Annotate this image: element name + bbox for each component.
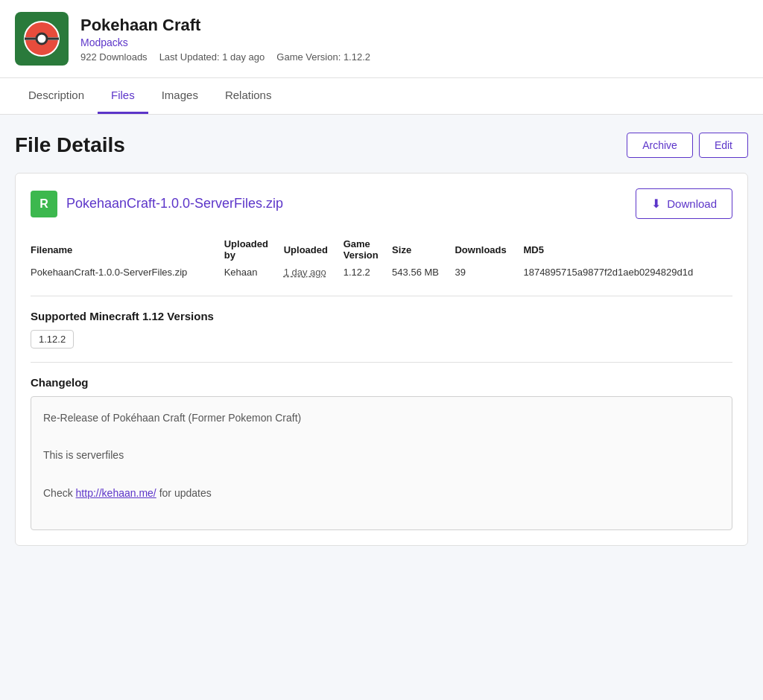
changelog-title: Changelog [31, 376, 732, 389]
tab-bar: Description Files Images Relations [0, 78, 763, 115]
col-uploaded: Uploaded [284, 234, 343, 264]
changelog-content: Re-Release of Pokéhaan Craft (Former Pok… [31, 396, 732, 530]
cell-md5: 1874895715a9877f2d1aeb0294829d1d [523, 264, 732, 281]
file-name-link[interactable]: PokehaanCraft-1.0.0-ServerFiles.zip [66, 196, 283, 211]
game-version: Game Version: 1.12.2 [276, 51, 370, 63]
versions-list: 1.12.2 [31, 330, 732, 349]
changelog-line-2: This is serverfiles [43, 449, 124, 461]
changelog-line-1: Re-Release of Pokéhaan Craft (Former Pok… [43, 412, 301, 424]
header-info: Pokehaan Craft Modpacks 922 Downloads La… [80, 16, 370, 63]
page-title: File Details [15, 133, 125, 157]
cell-uploaded-by[interactable]: Kehaan [224, 264, 284, 281]
cell-uploaded: 1 day ago [284, 264, 343, 281]
changelog-line-4: for updates [156, 487, 212, 499]
cell-game-version: 1.12.2 [343, 264, 392, 281]
changelog-section: Changelog Re-Release of Pokéhaan Craft (… [31, 376, 732, 530]
file-details-header: File Details Archive Edit [15, 133, 748, 158]
project-logo [15, 12, 69, 66]
file-card-top: R PokehaanCraft-1.0.0-ServerFiles.zip ⬇ … [31, 188, 732, 219]
changelog-line-3: Check [43, 487, 76, 499]
tab-relations[interactable]: Relations [212, 78, 285, 114]
tab-files[interactable]: Files [98, 78, 148, 114]
tab-images[interactable]: Images [148, 78, 212, 114]
cell-size: 543.56 MB [392, 264, 455, 281]
cell-filename: PokehaanCraft-1.0.0-ServerFiles.zip [31, 264, 224, 281]
project-meta: 922 Downloads Last Updated: 1 day ago Ga… [80, 51, 370, 63]
file-info-table: Filename Uploadedby Uploaded GameVersion… [31, 234, 732, 281]
supported-versions-title: Supported Minecraft 1.12 Versions [31, 310, 732, 322]
cell-downloads: 39 [455, 264, 523, 281]
col-game-version: GameVersion [343, 234, 392, 264]
archive-button[interactable]: Archive [627, 133, 693, 158]
download-button-label: Download [667, 197, 717, 210]
supported-versions-section: Supported Minecraft 1.12 Versions 1.12.2 [31, 310, 732, 349]
tab-description[interactable]: Description [15, 78, 98, 114]
col-uploaded-by: Uploadedby [224, 234, 284, 264]
table-header-row: Filename Uploadedby Uploaded GameVersion… [31, 234, 732, 264]
version-badge: 1.12.2 [31, 330, 74, 349]
col-md5: MD5 [523, 234, 732, 264]
file-card: R PokehaanCraft-1.0.0-ServerFiles.zip ⬇ … [15, 173, 748, 546]
changelog-link[interactable]: http://kehaan.me/ [76, 487, 156, 499]
project-title: Pokehaan Craft [80, 16, 370, 35]
download-button[interactable]: ⬇ Download [636, 188, 732, 219]
file-name-row: R PokehaanCraft-1.0.0-ServerFiles.zip [31, 191, 283, 217]
last-updated: Last Updated: 1 day ago [159, 51, 265, 63]
project-category[interactable]: Modpacks [80, 36, 370, 48]
page-header: Pokehaan Craft Modpacks 922 Downloads La… [0, 0, 763, 78]
main-content: File Details Archive Edit R PokehaanCraf… [0, 115, 763, 564]
edit-button[interactable]: Edit [699, 133, 748, 158]
col-downloads: Downloads [455, 234, 523, 264]
col-filename: Filename [31, 234, 224, 264]
divider-1 [31, 296, 732, 296]
downloads-count: 922 Downloads [80, 51, 148, 63]
table-row: PokehaanCraft-1.0.0-ServerFiles.zip Keha… [31, 264, 732, 281]
svg-point-5 [39, 36, 45, 42]
file-icon-badge: R [31, 191, 57, 217]
divider-2 [31, 362, 732, 363]
action-buttons: Archive Edit [627, 133, 748, 158]
download-icon: ⬇ [651, 197, 661, 211]
col-size: Size [392, 234, 455, 264]
